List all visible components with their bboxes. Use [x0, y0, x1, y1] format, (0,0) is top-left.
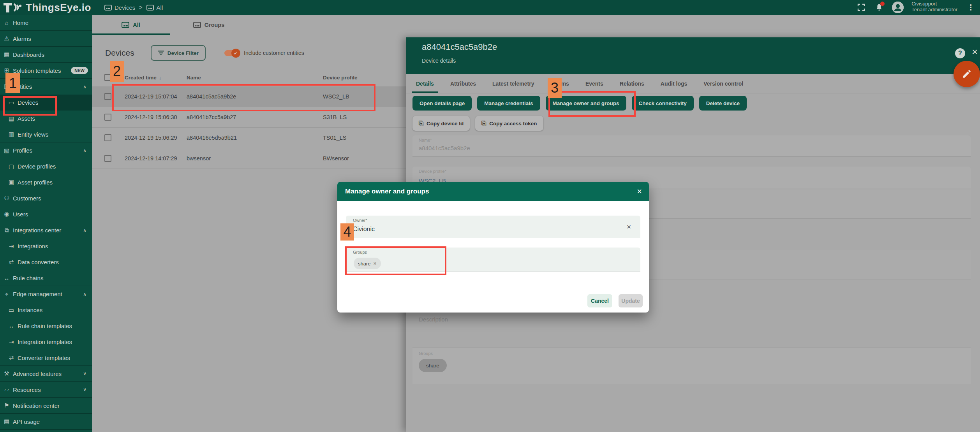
sidebar-item[interactable]: ◉ Users [0, 206, 92, 222]
new-badge: NEW [71, 67, 88, 74]
sidebar-item[interactable]: ▤ API usage [0, 414, 92, 430]
user-info[interactable]: Civisupport Tenant administrator [911, 1, 957, 12]
sidebar-item[interactable]: ⇥ Integration templates [0, 334, 92, 350]
sidebar-item[interactable]: ⚑ Notification center [0, 398, 92, 414]
sidebar-item[interactable]: ▦ Dashboards [0, 47, 92, 63]
sidebar-item[interactable]: ▭ Instances [0, 302, 92, 318]
drawer-action-button[interactable]: Manage credentials [477, 96, 540, 111]
sidebar-item[interactable]: ⌂ Home [0, 15, 92, 31]
chevron-icon: ∨ [83, 387, 86, 392]
column-created-time[interactable]: Created time ↓ [125, 75, 187, 81]
drawer-tab[interactable]: Events [577, 74, 612, 93]
sidebar-item[interactable]: ⇄ Converter templates [0, 350, 92, 366]
page-title: Devices [105, 48, 134, 58]
sidebar-item-label: Converter templates [18, 355, 70, 361]
toggle-label: Include customer entities [244, 50, 304, 56]
drawer-action-button[interactable]: Delete device [699, 96, 747, 111]
modal-close-icon[interactable]: × [637, 186, 642, 197]
chevron-icon: ∧ [83, 292, 86, 297]
include-customer-entities-toggle[interactable]: ✓ [224, 50, 239, 56]
kebab-menu-icon[interactable]: ⋮ [965, 3, 976, 12]
device-profile-field-label: Device profile* [419, 169, 446, 174]
description-field-label[interactable]: Description [419, 316, 448, 323]
highlight-box-devices-nav [3, 96, 57, 116]
edit-fab-button[interactable] [954, 61, 980, 87]
drawer-tab-label: Latest telemetry [492, 81, 534, 87]
sidebar-item[interactable]: ⇥ Integrations [0, 238, 92, 254]
row-checkbox[interactable] [104, 155, 111, 162]
cell-created-time: 2024-12-19 14:07:29 [125, 155, 187, 162]
row-checkbox[interactable] [104, 114, 111, 121]
entity-tab[interactable]: All [92, 15, 170, 35]
pencil-icon [962, 69, 972, 79]
sidebar-item[interactable]: ⚒ Advanced features ∨ [0, 366, 92, 382]
clear-owner-icon[interactable]: × [627, 223, 631, 231]
groups-field: Groups share [412, 348, 971, 384]
fullscreen-icon[interactable] [856, 2, 866, 12]
logo-icon [3, 2, 23, 13]
devices-toolbar: Devices Device Filter ✓ Include customer… [92, 44, 304, 62]
avatar[interactable] [892, 2, 904, 13]
drawer-tab-label: Relations [620, 81, 644, 87]
notifications-bell-icon[interactable] [874, 2, 884, 12]
sidebar-item[interactable]: ▱ Resources ∨ [0, 382, 92, 398]
drawer-tab[interactable]: Attributes [442, 74, 484, 93]
drawer-copy-buttons: ⎘ Copy device Id ⎘ Copy access token [412, 116, 543, 131]
sidebar-item[interactable]: ▧ Profiles ∧ [0, 142, 92, 158]
sidebar-item[interactable]: ⚇ Customers [0, 190, 92, 206]
entity-tab[interactable]: Groups [170, 15, 248, 35]
sort-descending-icon: ↓ [159, 75, 162, 81]
drawer-tab[interactable]: Relations [612, 74, 652, 93]
sidebar-item[interactable]: ⇄ Data converters [0, 254, 92, 270]
sidebar-item[interactable]: ⌖ Edge management ∧ [0, 286, 92, 302]
breadcrumb-all[interactable]: All [146, 4, 163, 11]
header-actions: Civisupport Tenant administrator ⋮ [856, 2, 980, 13]
user-role: Tenant administrator [911, 7, 957, 12]
sidebar-item[interactable]: ↔ Rule chains [0, 270, 92, 286]
highlight-box-groups-field [345, 246, 446, 275]
cell-name: bwsensor [187, 155, 323, 162]
sidebar-item-label: Integrations [18, 243, 48, 249]
drawer-tab[interactable]: Latest telemetry [484, 74, 542, 93]
drawer-tab[interactable]: Version control [695, 74, 751, 93]
sidebar-item-icon: ⇥ [7, 339, 16, 346]
sidebar-item[interactable]: ▣ Asset profiles [0, 174, 92, 190]
chevron-icon: ∧ [83, 228, 86, 233]
sidebar-item[interactable]: ↔ Rule chain templates [0, 318, 92, 334]
logo[interactable]: ThingsEye.io [0, 2, 92, 14]
sidebar-item[interactable]: ▢ Device profiles [0, 158, 92, 174]
breadcrumb-label: Devices [115, 4, 135, 11]
drawer-action-button[interactable]: Open details page [412, 96, 472, 111]
drawer-tab[interactable]: Details [408, 74, 442, 93]
sidebar-item[interactable]: ⚠ Alarms [0, 31, 92, 47]
column-name[interactable]: Name [187, 75, 323, 81]
update-button[interactable]: Update [619, 294, 643, 307]
drawer-action-button[interactable]: Check connectivity [632, 96, 694, 111]
copy-button-label: Copy access token [489, 121, 537, 126]
entity-tab-label: All [133, 22, 140, 28]
sidebar-item-label: Customers [13, 195, 41, 202]
drawer-tab[interactable]: Audit logs [652, 74, 695, 93]
breadcrumb-devices[interactable]: Devices [104, 4, 135, 11]
owner-field[interactable]: Owner* Civionic × [346, 216, 640, 238]
group-chip[interactable]: share [419, 359, 447, 372]
entity-tab-label: Groups [204, 22, 225, 28]
copy-button[interactable]: ⎘ Copy access token [475, 116, 543, 131]
help-icon[interactable]: ? [955, 48, 965, 58]
device-filter-button[interactable]: Device Filter [151, 45, 206, 61]
drawer-tab-label: Attributes [450, 81, 476, 87]
notification-badge [880, 2, 885, 6]
name-field[interactable]: Name* a84041c5ac5a9b2e [412, 135, 971, 157]
sidebar-item[interactable]: ▥ Entity views [0, 126, 92, 142]
sidebar-item-icon: ▤ [2, 418, 11, 425]
groups-field-label: Groups [419, 351, 433, 356]
row-checkbox[interactable] [104, 134, 111, 141]
sidebar-item[interactable]: ⧉ Integrations center ∧ [0, 222, 92, 238]
sidebar-item-icon: ▱ [2, 386, 11, 393]
copy-button[interactable]: ⎘ Copy device Id [412, 116, 470, 131]
row-checkbox[interactable] [104, 93, 111, 100]
sidebar-item-label: Rule chain templates [18, 323, 72, 329]
sidebar-item-icon: ▥ [7, 131, 16, 138]
drawer-close-icon[interactable]: × [972, 46, 978, 58]
cancel-button[interactable]: Cancel [587, 294, 612, 307]
